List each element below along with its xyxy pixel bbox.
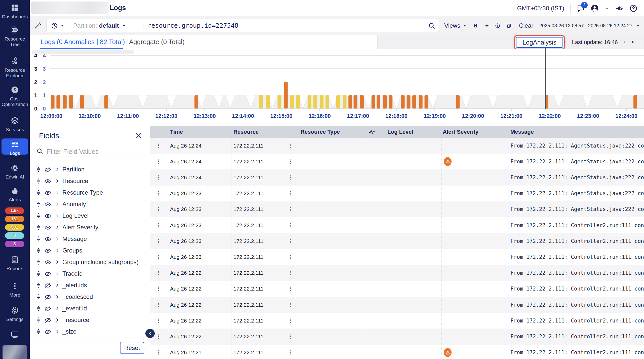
table-row[interactable]: Aug 26 12:22172.22.2.111From 172.22.2.11…	[150, 281, 644, 297]
sidebar-item-edwin-ai[interactable]: Edwin AI	[0, 164, 30, 180]
query-text[interactable]: _resource.group.id=227548	[144, 22, 238, 29]
drag-handle-icon[interactable]	[35, 294, 42, 300]
chevron-right-icon[interactable]	[55, 236, 60, 241]
field-row--resource[interactable]: _resource	[30, 314, 150, 326]
eye-off-icon[interactable]	[44, 282, 51, 289]
sidebar-item-services[interactable]: Services	[0, 116, 30, 132]
field-row-resource-type[interactable]: Resource Type	[30, 187, 150, 198]
clear-button[interactable]: Clear	[519, 22, 533, 29]
alert-count-badge[interactable]: 161	[5, 216, 24, 222]
history-chevron-icon[interactable]	[60, 23, 65, 28]
partition-chevron-icon[interactable]	[122, 23, 126, 28]
resource-menu-icon[interactable]	[287, 285, 293, 293]
table-row[interactable]: Aug 26 12:24172.22.2.111From 172.22.2.11…	[150, 138, 644, 154]
table-row[interactable]: Aug 26 12:23172.22.2.111From 172.22.2.11…	[150, 233, 644, 249]
eye-off-icon[interactable]	[44, 166, 51, 173]
save-view-icon[interactable]	[473, 22, 478, 29]
query-wizard-icon[interactable]	[34, 21, 42, 29]
table-row[interactable]: Aug 26 12:23172.22.2.111From 172.22.2.11…	[150, 217, 644, 233]
chevron-right-icon[interactable]	[55, 213, 60, 218]
field-row-traceid[interactable]: TraceId	[30, 268, 150, 279]
field-row-message[interactable]: Message	[30, 233, 150, 245]
column-header-message[interactable]: Message	[510, 129, 534, 135]
tab-logs[interactable]: Logs (0 Anomalies | 82 Total)	[41, 38, 125, 46]
row-menu-icon[interactable]	[155, 269, 162, 277]
resource-menu-icon[interactable]	[287, 190, 293, 197]
sidebar-item-resource-explorer[interactable]: Resource Explorer	[0, 57, 30, 79]
alert-count-badge[interactable]: 8	[5, 241, 24, 247]
table-row[interactable]: Aug 26 12:24172.22.2.111From 172.22.2.11…	[150, 169, 644, 185]
eye-icon[interactable]	[44, 201, 51, 208]
resource-menu-icon[interactable]	[287, 269, 293, 277]
views-dropdown[interactable]: Views	[444, 22, 467, 29]
field-row--size[interactable]: _size	[30, 326, 150, 337]
chevron-down-icon[interactable]	[605, 6, 609, 11]
field-row-resource[interactable]: Resource	[30, 175, 150, 187]
eye-off-icon[interactable]	[44, 305, 51, 312]
row-menu-icon[interactable]	[155, 253, 162, 261]
resource-menu-icon[interactable]	[287, 317, 293, 325]
chevron-right-icon[interactable]	[55, 167, 60, 172]
drag-handle-icon[interactable]	[35, 178, 42, 184]
integrations-icon[interactable]	[631, 39, 634, 46]
sidebar-item-cost-optimization[interactable]: $Cost Optimization	[0, 86, 30, 107]
alert-severity-icon[interactable]	[444, 157, 452, 166]
chevron-right-icon[interactable]	[55, 283, 60, 288]
row-menu-icon[interactable]	[155, 222, 162, 229]
eye-off-icon[interactable]	[44, 270, 51, 277]
close-icon[interactable]	[135, 132, 142, 139]
chevron-right-icon[interactable]	[55, 225, 60, 230]
field-row--alert-ids[interactable]: _alert.ids	[30, 279, 150, 291]
drag-handle-icon[interactable]	[35, 328, 42, 335]
alert-count-badge[interactable]: 0	[5, 232, 24, 239]
kebab-menu-icon[interactable]	[640, 39, 642, 46]
row-menu-icon[interactable]	[155, 333, 162, 340]
sidebar-item-alerts[interactable]: Alerts	[0, 186, 30, 202]
eye-off-icon[interactable]	[44, 317, 51, 324]
row-menu-icon[interactable]	[155, 301, 162, 309]
chevron-right-icon[interactable]	[55, 178, 60, 184]
column-header-resource[interactable]: Resource	[233, 129, 259, 135]
query-history-icon[interactable]	[51, 22, 58, 29]
column-header-resource-type[interactable]: Resource Type	[301, 129, 340, 135]
table-row[interactable]: Aug 26 12:23172.22.2.111From 172.22.2.11…	[150, 186, 644, 201]
resource-menu-icon[interactable]	[287, 349, 293, 356]
field-row-group-including-subgroups-[interactable]: Group (including subgroups)	[30, 256, 150, 268]
row-menu-icon[interactable]	[155, 158, 162, 165]
search-icon[interactable]	[428, 22, 435, 29]
resource-menu-icon[interactable]	[287, 174, 293, 181]
collapse-panel-button[interactable]	[145, 329, 155, 338]
table-row[interactable]: Aug 26 12:22172.22.2.111From 172.22.2.11…	[150, 265, 644, 281]
resource-menu-icon[interactable]	[287, 142, 293, 150]
drag-handle-icon[interactable]	[35, 201, 42, 207]
info-icon[interactable]	[495, 22, 500, 29]
sidebar-item-resource-tree[interactable]: Resource Tree	[0, 26, 30, 47]
eye-icon[interactable]	[44, 189, 51, 196]
table-row[interactable]: Aug 26 12:21172.22.2.111From 172.22.2.11…	[150, 345, 644, 359]
eye-icon[interactable]	[44, 178, 51, 185]
chevron-right-icon[interactable]	[55, 248, 60, 253]
table-row[interactable]: Aug 26 12:23172.22.2.111From 172.22.2.11…	[150, 201, 644, 217]
table-row[interactable]: Aug 26 12:23172.22.2.111From 172.22.2.11…	[150, 249, 644, 265]
table-row[interactable]: Aug 26 12:24172.22.2.111From 172.22.2.11…	[150, 154, 644, 169]
chevron-right-icon[interactable]	[55, 306, 60, 311]
sidebar-item-more[interactable]: More	[0, 282, 30, 298]
row-menu-icon[interactable]	[155, 237, 162, 245]
resource-menu-icon[interactable]	[287, 301, 293, 309]
field-row-alert-severity[interactable]: Alert Severity	[30, 222, 150, 233]
sidebar-item-reports[interactable]: Reports	[0, 255, 30, 271]
drag-handle-icon[interactable]	[35, 236, 42, 242]
sidebar-item-settings[interactable]: Settings	[0, 306, 30, 322]
loganalysis-button[interactable]: LogAnalysis	[516, 37, 563, 48]
field-row-groups[interactable]: Groups	[30, 245, 150, 256]
drag-handle-icon[interactable]	[35, 317, 42, 323]
alert-count-badge[interactable]: 1.5k	[5, 207, 24, 214]
copy-icon[interactable]	[506, 22, 511, 29]
eye-icon[interactable]	[44, 212, 51, 220]
tab-aggregate[interactable]: Aggregate (0 Total)	[129, 38, 185, 46]
drag-handle-icon[interactable]	[35, 212, 42, 219]
eye-off-icon[interactable]	[44, 328, 51, 335]
query-input[interactable]: Partition:default _resource.group.id=227…	[46, 19, 439, 32]
drag-handle-icon[interactable]	[35, 166, 42, 173]
table-row[interactable]: Aug 26 12:22172.22.2.111From 172.22.2.11…	[150, 297, 644, 313]
